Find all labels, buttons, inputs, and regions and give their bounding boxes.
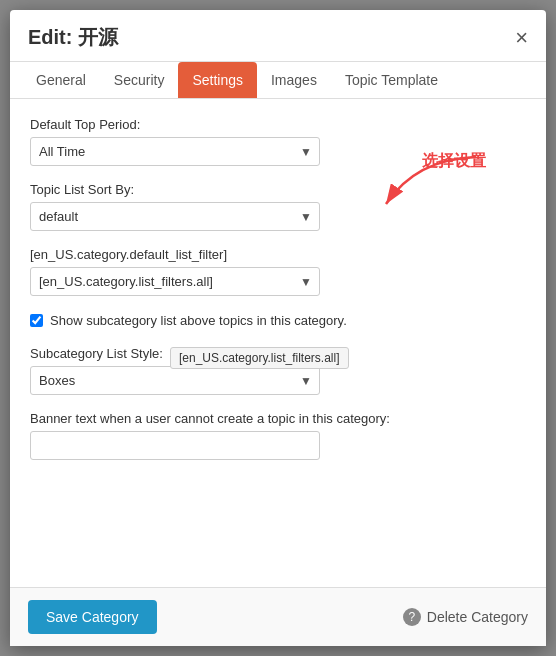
default-top-period-label: Default Top Period: — [30, 117, 526, 132]
delete-category-label: Delete Category — [427, 609, 528, 625]
filter-select[interactable]: [en_US.category.list_filters.all] — [30, 267, 320, 296]
tab-images[interactable]: Images — [257, 62, 331, 98]
default-top-period-group: Default Top Period: All Time Yearly Quar… — [30, 117, 526, 166]
tab-settings[interactable]: Settings — [178, 62, 257, 98]
banner-text-input[interactable] — [30, 431, 320, 460]
close-button[interactable]: × — [515, 27, 528, 49]
topic-list-sort-select[interactable]: default latest top new unread — [30, 202, 320, 231]
banner-text-label: Banner text when a user cannot create a … — [30, 411, 526, 426]
topic-list-sort-label: Topic List Sort By: — [30, 182, 526, 197]
delete-category-button[interactable]: ? Delete Category — [403, 608, 528, 626]
edit-modal: Edit: 开源 × General Security Settings Ima… — [10, 10, 546, 646]
subcategory-checkbox-label[interactable]: Show subcategory list above topics in th… — [50, 312, 347, 330]
subcategory-checkbox[interactable] — [30, 314, 43, 327]
banner-text-group: Banner text when a user cannot create a … — [30, 411, 526, 460]
filter-select-wrap: [en_US.category.list_filters.all] ▼ — [30, 267, 320, 296]
filter-group: [en_US.category.default_list_filter] [en… — [30, 247, 526, 296]
tab-bar: General Security Settings Images Topic T… — [10, 62, 546, 99]
tab-security[interactable]: Security — [100, 62, 179, 98]
topic-list-sort-select-wrap: default latest top new unread ▼ — [30, 202, 320, 231]
subcategory-style-select-wrap: Boxes Rows ▼ — [30, 366, 320, 395]
modal-header: Edit: 开源 × — [10, 10, 546, 62]
modal-body: 选择设置 Default Top Period: All Time Yearly… — [10, 99, 546, 587]
help-icon: ? — [403, 608, 421, 626]
subcategory-checkbox-group: Show subcategory list above topics in th… — [30, 312, 526, 330]
topic-list-sort-group: Topic List Sort By: default latest top n… — [30, 182, 526, 231]
default-top-period-select[interactable]: All Time Yearly Quarterly Monthly Weekly… — [30, 137, 320, 166]
save-category-button[interactable]: Save Category — [28, 600, 157, 634]
filter-tooltip: [en_US.category.list_filters.all] — [170, 347, 349, 369]
modal-footer: Save Category ? Delete Category — [10, 587, 546, 646]
default-top-period-select-wrap: All Time Yearly Quarterly Monthly Weekly… — [30, 137, 320, 166]
subcategory-style-select[interactable]: Boxes Rows — [30, 366, 320, 395]
modal-title: Edit: 开源 — [28, 24, 118, 51]
tab-topic-template[interactable]: Topic Template — [331, 62, 452, 98]
tab-general[interactable]: General — [22, 62, 100, 98]
filter-label: [en_US.category.default_list_filter] — [30, 247, 526, 262]
